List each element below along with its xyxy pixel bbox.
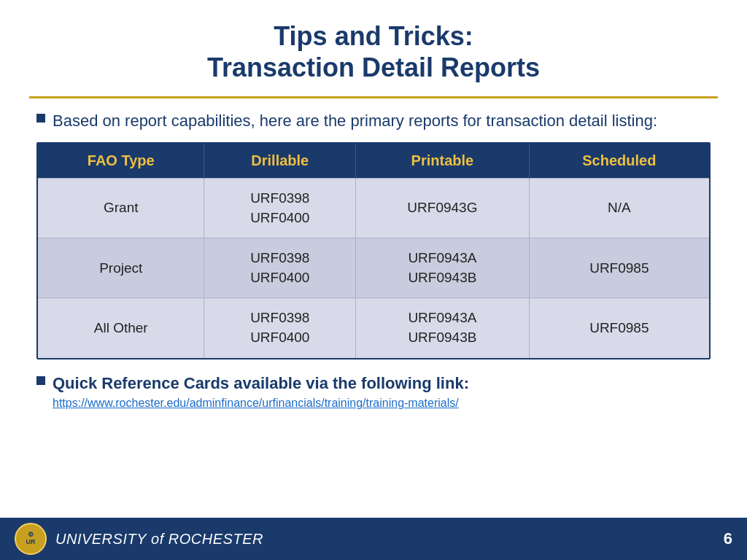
table-row: All OtherURF0398URF0400URF0943AURF0943BU… bbox=[38, 298, 709, 358]
university-logo: ⚙UR bbox=[15, 523, 47, 555]
bullet-square-icon bbox=[36, 114, 45, 122]
cell-scheduled: URF0985 bbox=[529, 238, 709, 298]
bullet-item-2: Quick Reference Cards available via the … bbox=[36, 373, 711, 394]
bullet-square-icon-2 bbox=[36, 376, 45, 385]
cell-fao-type: Grant bbox=[38, 179, 204, 238]
footer-of-word: of bbox=[151, 531, 169, 547]
reference-link[interactable]: https://www.rochester.edu/adminfinance/u… bbox=[53, 397, 459, 409]
footer-university-name: UNIVERSITY of ROCHESTER bbox=[55, 531, 263, 548]
footer-logo-area: ⚙UR UNIVERSITY of ROCHESTER bbox=[15, 523, 263, 555]
cell-scheduled: N/A bbox=[529, 179, 709, 238]
bullet-text-2: Quick Reference Cards available via the … bbox=[53, 373, 469, 394]
col-header-drillable: Drillable bbox=[204, 144, 356, 179]
report-table: FAO Type Drillable Printable Scheduled G… bbox=[38, 144, 709, 358]
table-header-row: FAO Type Drillable Printable Scheduled bbox=[38, 144, 709, 179]
logo-emblem: ⚙UR bbox=[26, 532, 36, 546]
page-number: 6 bbox=[724, 529, 732, 548]
bullet-item-1: Based on report capabilities, here are t… bbox=[36, 110, 711, 132]
cell-fao-type: Project bbox=[38, 238, 204, 298]
data-table: FAO Type Drillable Printable Scheduled G… bbox=[36, 142, 711, 359]
cell-drillable: URF0398URF0400 bbox=[204, 298, 356, 358]
title-line1: Tips and Tricks: bbox=[274, 21, 473, 51]
slide-title: Tips and Tricks: Transaction Detail Repo… bbox=[29, 20, 718, 83]
cell-printable: URF0943AURF0943B bbox=[356, 298, 530, 358]
slide-content: Based on report capabilities, here are t… bbox=[0, 98, 747, 518]
footer-rochester-word: ROCHESTER bbox=[169, 531, 263, 547]
slide-header: Tips and Tricks: Transaction Detail Repo… bbox=[0, 0, 747, 90]
table-row: GrantURF0398URF0400URF0943GN/A bbox=[38, 179, 709, 238]
cell-drillable: URF0398URF0400 bbox=[204, 238, 356, 298]
col-header-fao-type: FAO Type bbox=[38, 144, 204, 179]
cell-fao-type: All Other bbox=[38, 298, 204, 358]
slide: Tips and Tricks: Transaction Detail Repo… bbox=[0, 0, 747, 560]
cell-printable: URF0943G bbox=[356, 179, 530, 238]
cell-scheduled: URF0985 bbox=[529, 298, 709, 358]
cell-drillable: URF0398URF0400 bbox=[204, 179, 356, 238]
col-header-scheduled: Scheduled bbox=[529, 144, 709, 179]
footer-university-word: UNIVERSITY bbox=[55, 531, 147, 547]
table-row: ProjectURF0398URF0400URF0943AURF0943BURF… bbox=[38, 238, 709, 298]
title-line2: Transaction Detail Reports bbox=[207, 52, 540, 82]
bullet-text-1: Based on report capabilities, here are t… bbox=[53, 110, 657, 132]
slide-footer: ⚙UR UNIVERSITY of ROCHESTER 6 bbox=[0, 518, 747, 560]
col-header-printable: Printable bbox=[356, 144, 530, 179]
bottom-bullets: Quick Reference Cards available via the … bbox=[36, 373, 711, 411]
cell-printable: URF0943AURF0943B bbox=[356, 238, 530, 298]
